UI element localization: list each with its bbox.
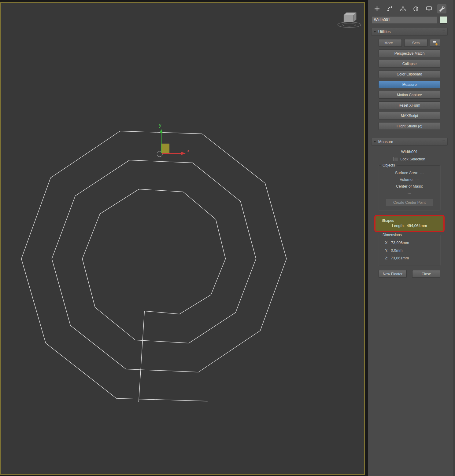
modify-spline-icon — [387, 5, 393, 12]
name-and-color-row — [372, 16, 447, 24]
flight-studio-button[interactable]: Flight Studio (c) — [379, 122, 440, 130]
lock-selection-checkbox[interactable] — [394, 157, 398, 161]
dimension-y-value: 0,0mm — [391, 247, 402, 254]
objects-group-label: Objects — [381, 163, 397, 167]
utilities-rollout-body: More... Sets Perspective Match Collapse … — [371, 36, 448, 134]
center-of-mass-value-row: --- — [381, 190, 438, 196]
utilities-rollout-header[interactable]: Utilities — [371, 28, 448, 36]
motion-capture-button[interactable]: Motion Capture — [379, 91, 440, 99]
perspective-match-button[interactable]: Perspective Match — [379, 49, 440, 57]
command-panel: Utilities More... Sets — [368, 0, 455, 476]
measure-rollout-body: Width001 Lock Selection Objects Surface … — [371, 146, 448, 281]
volume-row: Volume: --- — [381, 176, 438, 183]
display-monitor-icon — [426, 5, 432, 12]
volume-label: Volume: — [400, 176, 413, 183]
utilities-rollout: Utilities More... Sets — [371, 28, 448, 134]
gizmo-y-arrowhead — [160, 129, 163, 133]
tab-motion[interactable] — [411, 4, 420, 13]
center-of-mass-row: Center of Mass: — [381, 183, 438, 190]
viewcube-ring-inner — [342, 23, 356, 26]
shapes-group-highlight-annotation: Shapes Length: 494,064mm — [374, 215, 445, 232]
gizmo-plane-handle[interactable] — [161, 144, 169, 153]
tab-hierarchy[interactable] — [398, 4, 408, 13]
center-of-mass-label: Center of Mass: — [396, 183, 423, 190]
viewcube-front-face — [344, 15, 353, 22]
configure-sets-icon — [432, 41, 438, 46]
new-floater-button[interactable]: New Floater — [379, 270, 407, 278]
lock-selection-label: Lock Selection — [400, 157, 425, 161]
color-clipboard-button[interactable]: Color Clipboard — [379, 70, 440, 78]
measure-rollout-title: Measure — [378, 140, 393, 144]
length-value: 494,064mm — [407, 224, 427, 228]
surface-area-label: Surface Area: — [395, 170, 418, 176]
transform-gizmo[interactable]: y x — [157, 123, 189, 157]
measure-button[interactable]: Measure — [379, 81, 440, 88]
dimensions-group: Dimensions X: 73,996mm Y: 0,0mm Z: 73,66… — [379, 235, 440, 265]
viewcube-ring-outer — [338, 22, 361, 27]
tab-create[interactable] — [372, 4, 382, 13]
measure-rollout-header[interactable]: Measure — [371, 138, 448, 146]
utilities-rollout-title: Utilities — [378, 30, 390, 34]
viewcube-widget[interactable] — [338, 13, 361, 27]
rollout-grip-icon — [442, 31, 445, 33]
lock-selection-row: Lock Selection — [379, 157, 440, 161]
object-name-input[interactable] — [372, 16, 437, 24]
dimensions-group-label: Dimensions — [381, 233, 403, 237]
rollout-expanded-arrow-icon — [374, 141, 376, 143]
dimension-x-row: X: 73,996mm — [381, 239, 438, 247]
tab-modify[interactable] — [385, 4, 394, 13]
dimension-x-value: 73,996mm — [391, 239, 409, 247]
rollout-grip-icon — [442, 141, 445, 143]
length-label: Length: — [392, 224, 405, 228]
wirecolor-swatch[interactable] — [440, 16, 447, 24]
configure-button-sets-button[interactable] — [430, 39, 440, 47]
motion-icon — [412, 5, 419, 12]
gizmo-x-arrowhead — [181, 152, 186, 155]
surface-area-value: --- — [420, 170, 424, 176]
dimension-z-value: 73,661mm — [391, 254, 409, 262]
dimension-z-label: Z: — [385, 254, 388, 262]
command-panel-tabs — [371, 4, 448, 14]
close-button[interactable]: Close — [412, 270, 440, 278]
center-of-mass-value: --- — [408, 190, 412, 196]
rollout-expanded-arrow-icon — [374, 31, 376, 33]
viewport-canvas[interactable]: y x — [1, 3, 364, 474]
measure-rollout: Measure Width001 Lock Selection Objects … — [371, 138, 448, 281]
viewport[interactable]: y x — [0, 2, 365, 475]
surface-area-row: Surface Area: --- — [381, 170, 438, 176]
dimension-y-label: Y: — [385, 247, 388, 254]
hierarchy-icon — [400, 5, 406, 12]
maxscript-button[interactable]: MAXScript — [379, 112, 440, 119]
objects-group: Objects Surface Area: --- Volume: --- Ce… — [379, 165, 440, 210]
create-center-point-button[interactable]: Create Center Point — [386, 199, 433, 206]
shapes-group-label: Shapes — [382, 218, 437, 223]
measured-object-name: Width001 — [379, 149, 440, 154]
axis-x-label: x — [187, 148, 189, 153]
collapse-button[interactable]: Collapse — [379, 60, 440, 68]
create-plus-icon — [374, 5, 380, 12]
shape-length-row: Length: 494,064mm — [382, 224, 437, 228]
reset-xform-button[interactable]: Reset XForm — [379, 101, 440, 109]
dimension-x-label: X: — [385, 239, 389, 247]
dimension-y-row: Y: 0,0mm — [381, 247, 438, 254]
spiral-spline[interactable] — [21, 131, 287, 402]
dimension-z-row: Z: 73,661mm — [381, 254, 438, 262]
more-utilities-button[interactable]: More... — [379, 39, 402, 47]
tab-utilities[interactable] — [437, 4, 446, 13]
volume-value: --- — [415, 176, 419, 183]
sets-button[interactable]: Sets — [404, 39, 427, 47]
axis-y-label: y — [159, 123, 161, 128]
tab-display[interactable] — [424, 4, 434, 13]
utilities-wrench-icon — [438, 5, 445, 12]
measure-footer-buttons: New Floater Close — [379, 270, 440, 278]
panel-scrollbar[interactable] — [453, 0, 455, 476]
